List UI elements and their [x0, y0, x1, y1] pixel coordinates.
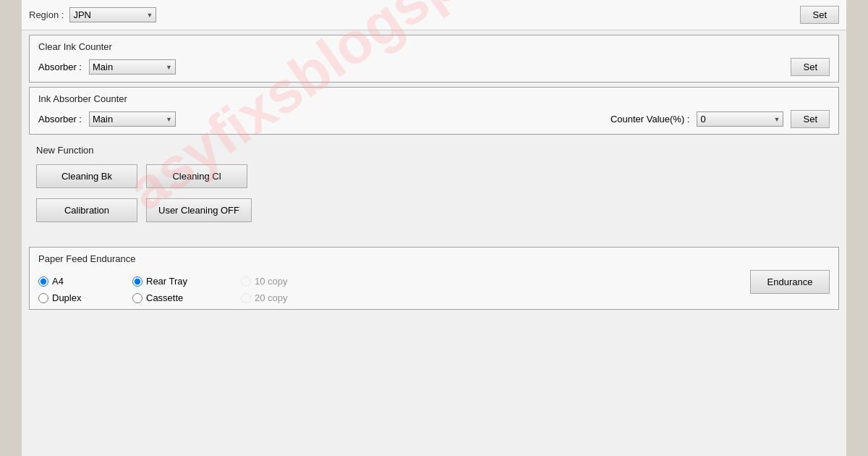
clear-ink-absorber-select-wrapper[interactable]: Main Sub — [89, 59, 176, 75]
user-cleaning-off-button[interactable]: User Cleaning OFF — [146, 198, 252, 222]
ink-absorber-select[interactable]: Main Sub — [89, 111, 176, 127]
clear-ink-set-button[interactable]: Set — [791, 58, 830, 76]
radio-item-duplex[interactable]: Duplex — [38, 292, 132, 303]
calibration-button[interactable]: Calibration — [36, 198, 137, 222]
clear-ink-counter-title: Clear Ink Counter — [38, 41, 830, 52]
counter-value-label: Counter Value(%) : — [610, 114, 690, 124]
clear-ink-counter-row: Absorber : Main Sub Set — [38, 58, 830, 76]
radio-item-20-copy: 20 copy — [241, 292, 371, 303]
radio-a4[interactable] — [38, 276, 48, 287]
region-select-wrapper[interactable]: JPN USA EUR — [69, 7, 156, 22]
radio-item-10-copy: 10 copy — [241, 276, 371, 287]
endurance-placeholder2 — [371, 292, 487, 303]
radio-item-cassette[interactable]: Cassette — [132, 292, 241, 303]
radio-rear-tray[interactable] — [132, 276, 142, 287]
cleaning-cl-button[interactable]: Cleaning Cl — [146, 164, 247, 188]
ink-absorber-label: Absorber : — [38, 114, 82, 124]
new-function-row2: Calibration User Cleaning OFF — [36, 198, 832, 222]
radio-item-a4[interactable]: A4 — [38, 276, 132, 287]
radio-item-rear-tray[interactable]: Rear Tray — [132, 276, 241, 287]
radio-a4-label: A4 — [52, 276, 64, 287]
cleaning-bk-button[interactable]: Cleaning Bk — [36, 164, 137, 188]
counter-value-select[interactable]: 0 10 20 50 100 — [697, 111, 783, 127]
paper-feed-section: Paper Feed Endurance A4 Rear Tray 10 c — [29, 247, 839, 310]
radio-cassette-label: Cassette — [146, 292, 183, 303]
radio-cassette[interactable] — [132, 293, 142, 303]
clear-ink-absorber-select[interactable]: Main Sub — [89, 59, 176, 75]
radio-20-copy — [241, 293, 251, 303]
ink-absorber-counter-title: Ink Absorber Counter — [38, 93, 830, 104]
ink-absorber-counter-section: Ink Absorber Counter Absorber : Main Sub… — [29, 87, 839, 135]
ink-absorber-counter-row: Absorber : Main Sub Counter Value(%) : 0… — [38, 110, 830, 128]
region-label: Region : — [29, 9, 64, 20]
radio-duplex[interactable] — [38, 293, 48, 303]
counter-value-select-wrapper[interactable]: 0 10 20 50 100 — [697, 111, 783, 127]
ink-absorber-set-button[interactable]: Set — [791, 110, 830, 128]
ink-absorber-select-wrapper[interactable]: Main Sub — [89, 111, 176, 127]
radio-10-copy — [241, 276, 251, 287]
new-function-row1: Cleaning Bk Cleaning Cl — [36, 164, 832, 188]
radio-rear-tray-label: Rear Tray — [146, 276, 187, 287]
region-row: Region : JPN USA EUR Set — [22, 0, 846, 30]
paper-feed-title: Paper Feed Endurance — [38, 253, 830, 264]
new-function-title: New Function — [36, 145, 832, 156]
region-select[interactable]: JPN USA EUR — [69, 7, 156, 22]
radio-10-copy-label: 10 copy — [255, 276, 288, 287]
paper-feed-radio-grid: A4 Rear Tray 10 copy Duplex — [38, 276, 743, 303]
clear-ink-absorber-label: Absorber : — [38, 62, 82, 72]
main-panel: asyfixsblogspot. Region : JPN USA EUR Se… — [22, 0, 846, 456]
radio-20-copy-label: 20 copy — [255, 292, 288, 303]
radio-duplex-label: Duplex — [52, 292, 81, 303]
endurance-button[interactable]: Endurance — [750, 270, 830, 294]
new-function-section: New Function Cleaning Bk Cleaning Cl Cal… — [29, 139, 839, 242]
region-set-button[interactable]: Set — [800, 6, 839, 24]
clear-ink-counter-section: Clear Ink Counter Absorber : Main Sub Se… — [29, 35, 839, 83]
endurance-placeholder — [371, 276, 487, 287]
